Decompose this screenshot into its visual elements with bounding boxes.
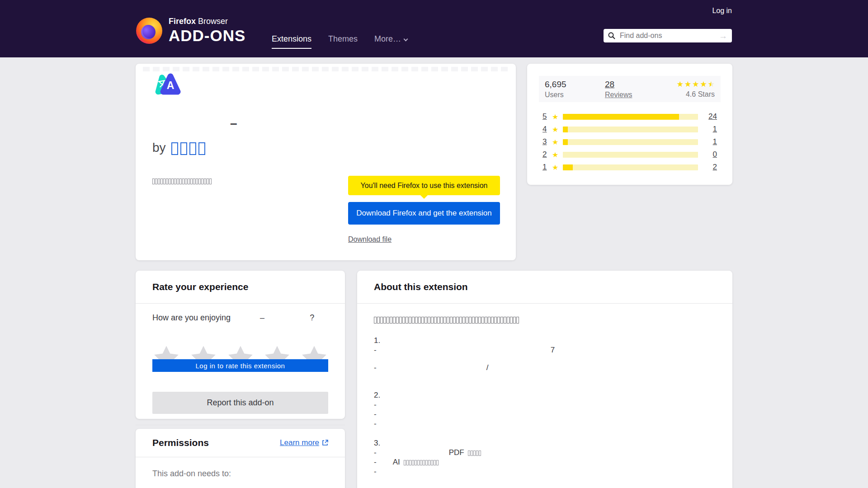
search-submit-arrow-icon[interactable]: → [719, 32, 727, 40]
addon-translate-icon: A [153, 71, 181, 99]
star-icon: ★ [552, 138, 558, 146]
star-icon: ★★ [692, 80, 699, 89]
breakdown-bar[interactable] [563, 127, 698, 132]
chevron-down-icon [404, 37, 408, 42]
rating-stats-card: 6,695 Users 28 Reviews ★★★★★★★★★★ 4.6 St… [527, 64, 732, 185]
addon-byline: by [152, 141, 208, 155]
breakdown-row: 1★2 [542, 161, 717, 174]
search-bar[interactable]: → [604, 29, 732, 42]
download-firefox-button[interactable]: Download Firefox and get the extension [348, 202, 500, 225]
breakdown-bar-fill [563, 114, 679, 120]
stat-reviews[interactable]: 28 Reviews [605, 80, 676, 99]
about-line: 3. [374, 439, 716, 447]
permissions-body: This add-on needs to: Input data to the … [136, 457, 345, 488]
author-link[interactable] [171, 141, 208, 155]
breakdown-bar-fill [563, 127, 568, 132]
star-icon: ★★ [708, 80, 715, 89]
about-line: -PDF [374, 448, 716, 457]
breakdown-rank-link[interactable]: 5 [542, 112, 549, 121]
addon-needs-label: This add-on needs to: [152, 469, 328, 479]
star-icon: ★ [552, 163, 558, 172]
rate-experience-card: Rate your experience How are you enjoyin… [136, 271, 345, 419]
about-line: - [374, 410, 716, 418]
permissions-card: Permissions Learn more This add-on needs… [136, 429, 345, 488]
nav-tab-themes[interactable]: Themes [328, 34, 358, 49]
rate-card-header: Rate your experience [136, 271, 345, 304]
login-link[interactable]: Log in [712, 7, 732, 15]
addon-title: – [152, 116, 237, 131]
about-line: - [374, 419, 716, 428]
brand-line1: Firefox Browser [169, 17, 245, 26]
nav-tab-more[interactable]: More… [374, 34, 407, 49]
reviews-count[interactable]: 28 [605, 80, 676, 89]
breakdown-bar[interactable] [563, 114, 698, 120]
divider [136, 425, 345, 425]
firefox-logo-icon [136, 18, 162, 44]
main-nav: Extensions Themes More… [272, 34, 407, 49]
about-intro-paragraph [374, 315, 716, 324]
addon-summary [152, 177, 212, 185]
breakdown-row: 5★24 [542, 110, 717, 123]
breakdown-row: 2★0 [542, 148, 717, 161]
stat-users: 6,695 Users [545, 80, 605, 99]
rating-breakdown: 5★244★13★12★01★2 [542, 110, 717, 174]
permissions-title: Permissions [152, 437, 209, 448]
breakdown-row: 4★1 [542, 123, 717, 136]
nav-tab-extensions[interactable]: Extensions [272, 34, 311, 49]
addon-header-card: A – by You'll need Firefox to use this e… [136, 64, 516, 260]
byline-prefix: by [152, 141, 166, 155]
learn-more-link[interactable]: Learn more [280, 438, 328, 447]
svg-text:A: A [167, 80, 175, 91]
stars-label: 4.6 Stars [686, 90, 715, 99]
brand-browser: Browser [196, 17, 228, 26]
breakdown-bar-fill [563, 139, 568, 145]
about-line: 1. [374, 336, 716, 345]
breakdown-count-link[interactable]: 1 [698, 125, 717, 134]
breakdown-rank-link[interactable]: 1 [542, 163, 549, 172]
breakdown-bar[interactable] [563, 139, 698, 145]
star-icon: ★★ [684, 80, 691, 89]
firefox-addons-logo[interactable]: Firefox Browser ADD-ONS [136, 17, 245, 44]
brand-addons: ADD-ONS [169, 27, 245, 45]
enjoy-question: How are you enjoying–? [152, 313, 314, 323]
stat-stars: ★★★★★★★★★★ 4.6 Stars [676, 80, 715, 99]
login-to-rate-button[interactable]: Log in to rate this extension [152, 359, 328, 372]
star-icon: ★ [552, 125, 558, 134]
external-link-icon [322, 440, 328, 446]
breakdown-rank-link[interactable]: 3 [542, 137, 549, 146]
breakdown-bar[interactable] [563, 152, 698, 158]
breakdown-count-link[interactable]: 1 [698, 137, 717, 146]
star-icon: ★★ [677, 80, 684, 89]
permissions-header: Permissions Learn more [136, 429, 345, 457]
about-line: -7 [374, 346, 716, 354]
breakdown-count-link[interactable]: 24 [698, 112, 717, 121]
reviews-label[interactable]: Reviews [605, 91, 676, 99]
star-rating-display: ★★★★★★★★★★ [676, 80, 715, 89]
about-line: - [374, 400, 716, 409]
star-icon: ★★ [700, 80, 707, 89]
breakdown-rank-link[interactable]: 4 [542, 125, 549, 134]
about-line: - [374, 467, 716, 476]
about-card-header: About this extension [357, 271, 732, 304]
breakdown-count-link[interactable]: 0 [698, 150, 717, 159]
breakdown-bar[interactable] [563, 164, 698, 170]
about-line: 2. [374, 391, 716, 399]
stats-summary-box: 6,695 Users 28 Reviews ★★★★★★★★★★ 4.6 St… [539, 76, 721, 102]
about-extension-card: About this extension 1.-7-/2.---3.-PDF-A… [357, 271, 732, 488]
about-body: 1.-7-/2.---3.-PDF-AI-4. [357, 304, 732, 488]
breakdown-row: 3★1 [542, 136, 717, 148]
decorative-stripe [143, 67, 509, 71]
users-count: 6,695 [545, 80, 605, 89]
breakdown-rank-link[interactable]: 2 [542, 150, 549, 159]
star-icon: ★ [552, 113, 558, 121]
breakdown-count-link[interactable]: 2 [698, 163, 717, 172]
search-icon [608, 32, 615, 39]
site-header: Log in Firefox Browser ADD-ONS Extension… [0, 0, 868, 57]
about-lines: 1.-7-/2.---3.-PDF-AI-4. [374, 336, 716, 488]
about-line: -AI [374, 458, 716, 466]
download-file-link[interactable]: Download file [348, 235, 392, 244]
search-input[interactable] [619, 31, 715, 40]
users-label: Users [545, 91, 605, 99]
report-addon-button[interactable]: Report this add-on [152, 392, 328, 414]
firefox-required-banner: You'll need Firefox to use this extensio… [348, 176, 500, 195]
